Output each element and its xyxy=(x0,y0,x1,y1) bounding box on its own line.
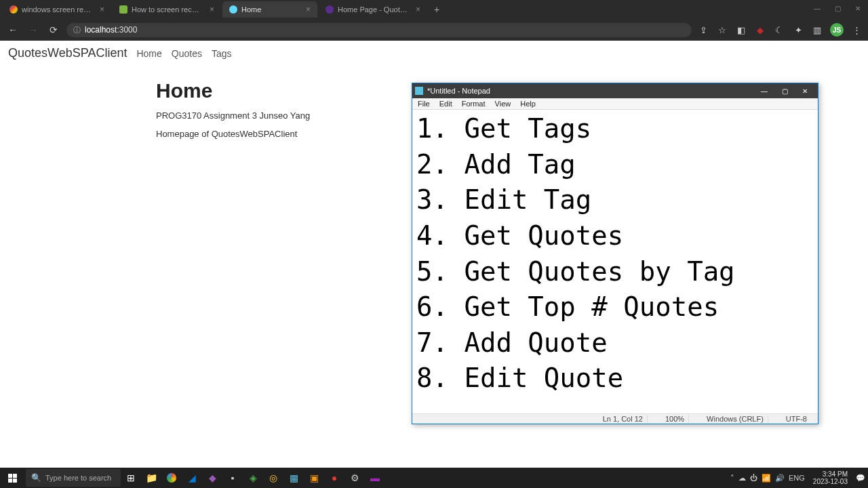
brand-title[interactable]: QuotesWebSPAClient xyxy=(8,46,127,60)
menu-icon[interactable]: ⋮ xyxy=(850,24,863,36)
notepad-titlebar[interactable]: *Untitled - Notepad — ▢ ✕ xyxy=(412,83,818,98)
minimize-button[interactable]: — xyxy=(807,0,827,16)
visualstudio-icon[interactable]: ◆ xyxy=(202,468,222,488)
page-icon xyxy=(119,5,127,14)
search-icon: 🔍 xyxy=(31,473,41,483)
url-host: localhost xyxy=(85,25,117,35)
react-icon xyxy=(229,5,237,14)
chevron-up-icon[interactable]: ˄ xyxy=(730,474,734,483)
nav-tags[interactable]: Tags xyxy=(212,48,232,59)
extension-icon[interactable]: ◆ xyxy=(754,24,766,36)
reload-button[interactable]: ⟳ xyxy=(46,22,61,37)
explorer-icon[interactable]: 📁 xyxy=(141,468,161,488)
avatar[interactable]: JS xyxy=(830,23,844,37)
close-button[interactable]: ✕ xyxy=(795,83,815,98)
time-text: 3:34 PM xyxy=(813,470,848,478)
tab-label: windows screen recording - Go... xyxy=(22,5,93,14)
status-crlf: Windows (CRLF) xyxy=(703,415,768,423)
url-port: :3000 xyxy=(117,25,137,35)
maximize-button[interactable]: ▢ xyxy=(774,83,795,98)
language-indicator[interactable]: ENG xyxy=(789,474,805,482)
sidepanel-icon[interactable]: ▥ xyxy=(811,24,823,36)
status-position: Ln 1, Col 12 xyxy=(599,415,648,423)
nav-home[interactable]: Home xyxy=(136,48,161,59)
page-icon xyxy=(326,5,334,14)
volume-icon[interactable]: 🔊 xyxy=(775,474,785,483)
taskbar-search[interactable]: 🔍 Type here to search xyxy=(26,469,121,487)
tab-label: Home xyxy=(241,5,299,14)
menu-format[interactable]: Format xyxy=(460,99,487,108)
notepad-icon xyxy=(415,87,423,95)
tab-home-active[interactable]: Home × xyxy=(222,1,317,18)
forward-button[interactable]: → xyxy=(26,22,41,37)
notepad-statusbar: Ln 1, Col 12 100% Windows (CRLF) UTF-8 xyxy=(412,413,818,424)
taskbar: 🔍 Type here to search ⊞ 📁 ◢ ◆ ▪ ◈ ◎ ▦ ▣ … xyxy=(0,468,868,488)
maximize-button[interactable]: ▢ xyxy=(827,0,848,16)
network-icon[interactable]: ⏻ xyxy=(750,474,757,482)
menu-file[interactable]: File xyxy=(416,99,431,108)
notepad-title: *Untitled - Notepad xyxy=(427,87,754,95)
app-icon[interactable]: ● xyxy=(324,468,344,488)
chrome-icon[interactable] xyxy=(161,468,182,488)
wifi-icon[interactable]: 📶 xyxy=(762,474,771,483)
site-info-icon[interactable]: ⓘ xyxy=(73,25,81,35)
google-icon xyxy=(9,5,18,14)
tab-google[interactable]: windows screen recording - Go... × xyxy=(3,1,111,18)
tab-strip: windows screen recording - Go... × How t… xyxy=(0,0,868,19)
browser-window-controls: — ▢ ✕ xyxy=(807,0,868,16)
search-placeholder: Type here to search xyxy=(45,474,111,482)
close-icon[interactable]: × xyxy=(416,5,420,14)
toolbar-icons: ⇪ ☆ ◧ ◆ ☾ ✦ ▥ JS ⋮ xyxy=(697,23,863,37)
close-button[interactable]: ✕ xyxy=(848,0,868,16)
clock[interactable]: 3:34 PM 2023-12-03 xyxy=(809,470,852,485)
onedrive-icon[interactable]: ☁ xyxy=(738,474,746,483)
browser-chrome: windows screen recording - Go... × How t… xyxy=(0,0,868,41)
bookmark-icon[interactable]: ☆ xyxy=(716,24,728,36)
address-bar: ← → ⟳ ⓘ localhost:3000 ⇪ ☆ ◧ ◆ ☾ ✦ ▥ JS … xyxy=(0,19,868,41)
task-view-icon[interactable]: ⊞ xyxy=(121,468,141,488)
back-button[interactable]: ← xyxy=(5,22,20,37)
url-bar[interactable]: ⓘ localhost:3000 xyxy=(66,23,692,37)
close-icon[interactable]: × xyxy=(210,5,214,14)
tab-label: How to screen record in Windo... xyxy=(132,5,203,14)
windows-icon xyxy=(8,474,17,483)
moon-icon[interactable]: ☾ xyxy=(773,24,785,36)
notepad-taskbar-icon[interactable]: ▦ xyxy=(283,468,304,488)
extension-icon[interactable]: ◧ xyxy=(735,24,747,36)
vscode-icon[interactable]: ◢ xyxy=(182,468,202,488)
menu-view[interactable]: View xyxy=(494,99,513,108)
app-icon[interactable]: ◈ xyxy=(243,468,263,488)
settings-icon[interactable]: ⚙ xyxy=(344,468,365,488)
site-nav: QuotesWebSPAClient Home Quotes Tags xyxy=(0,41,868,66)
taskbar-apps: ⊞ 📁 ◢ ◆ ▪ ◈ ◎ ▦ ▣ ● ⚙ ▬ xyxy=(121,468,385,488)
tab-label: Home Page - QuotesWebAPI xyxy=(338,5,409,14)
tab-api[interactable]: Home Page - QuotesWebAPI × xyxy=(319,1,427,18)
minimize-button[interactable]: — xyxy=(754,83,774,98)
close-icon[interactable]: × xyxy=(306,5,311,14)
start-button[interactable] xyxy=(0,468,24,488)
app-icon[interactable]: ◎ xyxy=(263,468,283,488)
app-icon[interactable]: ▬ xyxy=(365,468,385,488)
system-tray: ˄ ☁ ⏻ 📶 🔊 ENG 3:34 PM 2023-12-03 💬 xyxy=(730,470,868,485)
status-zoom: 100% xyxy=(661,415,689,423)
close-icon[interactable]: × xyxy=(100,5,104,14)
date-text: 2023-12-03 xyxy=(813,478,848,485)
tab-article[interactable]: How to screen record in Windo... × xyxy=(113,1,221,18)
status-encoding: UTF-8 xyxy=(782,415,811,423)
menu-help[interactable]: Help xyxy=(519,99,537,108)
share-icon[interactable]: ⇪ xyxy=(697,24,709,36)
new-tab-button[interactable]: + xyxy=(429,4,445,15)
nav-quotes[interactable]: Quotes xyxy=(172,48,202,59)
notepad-editor[interactable]: 1. Get Tags 2. Add Tag 3. Edit Tag 4. Ge… xyxy=(412,110,818,413)
notepad-menu: File Edit Format View Help xyxy=(412,98,818,110)
notifications-icon[interactable]: 💬 xyxy=(856,474,865,483)
app-icon[interactable]: ▣ xyxy=(304,468,324,488)
extensions-icon[interactable]: ✦ xyxy=(792,24,804,36)
notepad-window[interactable]: *Untitled - Notepad — ▢ ✕ File Edit Form… xyxy=(412,83,818,424)
menu-edit[interactable]: Edit xyxy=(438,99,454,108)
terminal-icon[interactable]: ▪ xyxy=(222,468,243,488)
